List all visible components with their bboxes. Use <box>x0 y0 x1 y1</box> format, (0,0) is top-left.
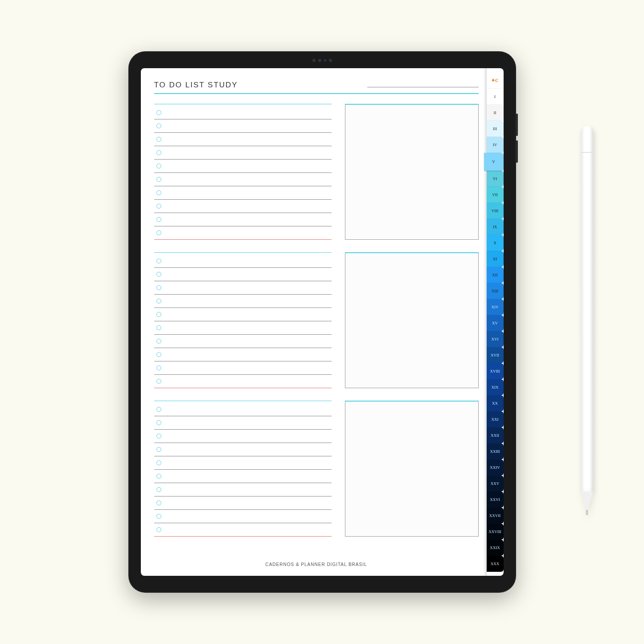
tab-section[interactable]: XXVIII <box>487 524 504 540</box>
todo-item[interactable] <box>154 106 332 119</box>
checkbox-circle-icon[interactable] <box>156 339 161 344</box>
volume-up-button[interactable] <box>516 114 518 136</box>
checkbox-circle-icon[interactable] <box>156 474 161 479</box>
checkbox-circle-icon[interactable] <box>156 312 161 317</box>
todo-item[interactable] <box>154 119 332 133</box>
checkbox-circle-icon[interactable] <box>156 379 161 384</box>
todo-item[interactable] <box>154 348 332 361</box>
checkbox-circle-icon[interactable] <box>156 460 161 465</box>
tab-section[interactable]: XVIII <box>487 363 504 379</box>
todo-item[interactable] <box>154 403 332 416</box>
todo-item[interactable] <box>154 416 332 430</box>
tab-section[interactable]: XIX <box>487 379 504 395</box>
todo-item[interactable] <box>154 443 332 456</box>
tab-section[interactable]: XXIX <box>487 540 504 556</box>
tab-section[interactable]: III <box>487 121 504 137</box>
checkbox-circle-icon[interactable] <box>156 164 161 168</box>
tab-section[interactable]: XXI <box>487 411 504 427</box>
todo-item[interactable] <box>154 308 332 321</box>
tab-section[interactable]: XII <box>487 267 504 283</box>
apple-pencil[interactable] <box>581 126 593 518</box>
todo-item[interactable] <box>154 146 332 160</box>
tab-section[interactable]: VII <box>487 187 504 203</box>
date-input-line[interactable] <box>367 87 479 87</box>
tab-section[interactable]: XVI <box>487 331 504 347</box>
todo-item[interactable] <box>154 456 332 470</box>
todo-item[interactable] <box>154 295 332 308</box>
todo-item[interactable] <box>154 200 332 213</box>
tab-section[interactable]: XXV <box>487 476 504 492</box>
checkbox-circle-icon[interactable] <box>156 285 161 290</box>
tab-section[interactable]: XXIII <box>487 443 504 459</box>
checkbox-circle-icon[interactable] <box>156 325 161 330</box>
todo-item[interactable] <box>154 523 332 537</box>
volume-down-button[interactable] <box>516 140 518 163</box>
tab-section[interactable]: XXII <box>487 427 504 443</box>
checkbox-circle-icon[interactable] <box>156 514 161 519</box>
todo-item[interactable] <box>154 160 332 173</box>
checkbox-circle-icon[interactable] <box>156 150 161 155</box>
checkbox-circle-icon[interactable] <box>156 137 161 142</box>
checkbox-circle-icon[interactable] <box>156 110 161 115</box>
tab-section[interactable]: XI <box>487 251 504 267</box>
checkbox-circle-icon[interactable] <box>156 123 161 128</box>
tab-section[interactable]: IV <box>487 137 504 153</box>
tab-section[interactable]: XXX <box>487 556 504 572</box>
todo-item[interactable] <box>154 335 332 348</box>
checkbox-circle-icon[interactable] <box>156 272 161 277</box>
tab-section[interactable]: X <box>487 235 504 251</box>
checkbox-circle-icon[interactable] <box>156 447 161 452</box>
todo-item[interactable] <box>154 281 332 295</box>
notes-box[interactable] <box>345 401 479 537</box>
tab-label: II <box>494 111 496 115</box>
tab-section[interactable]: XXVI <box>487 492 504 508</box>
tab-section[interactable]: VI <box>487 171 504 187</box>
todo-item[interactable] <box>154 268 332 281</box>
tab-section[interactable]: I <box>487 89 504 105</box>
checkbox-circle-icon[interactable] <box>156 434 161 439</box>
checkbox-circle-icon[interactable] <box>156 352 161 357</box>
checkbox-circle-icon[interactable] <box>156 190 161 195</box>
checkbox-circle-icon[interactable] <box>156 365 161 370</box>
todo-item[interactable] <box>154 254 332 268</box>
tab-section[interactable]: XIV <box>487 299 504 315</box>
tab-section[interactable]: XXVII <box>487 508 504 524</box>
todo-item[interactable] <box>154 186 332 200</box>
tab-section[interactable]: XIII <box>487 283 504 299</box>
tab-home-logo[interactable]: ✦C <box>487 73 504 89</box>
checkbox-circle-icon[interactable] <box>156 258 161 263</box>
todo-item[interactable] <box>154 496 332 510</box>
checkbox-circle-icon[interactable] <box>156 487 161 492</box>
tab-section[interactable]: IX <box>487 219 504 235</box>
todo-item[interactable] <box>154 430 332 443</box>
checkbox-circle-icon[interactable] <box>156 407 161 412</box>
checkbox-circle-icon[interactable] <box>156 230 161 235</box>
notes-box[interactable] <box>345 104 479 240</box>
checkbox-circle-icon[interactable] <box>156 500 161 505</box>
checkbox-circle-icon[interactable] <box>156 527 161 532</box>
todo-item[interactable] <box>154 133 332 146</box>
todo-item[interactable] <box>154 510 332 523</box>
tab-section[interactable]: XX <box>487 395 504 411</box>
checkbox-circle-icon[interactable] <box>156 420 161 425</box>
todo-item[interactable] <box>154 173 332 186</box>
notes-box[interactable] <box>345 252 479 388</box>
tab-section[interactable]: VIII <box>487 203 504 219</box>
tab-section[interactable]: XV <box>487 315 504 331</box>
todo-item[interactable] <box>154 470 332 483</box>
checkbox-circle-icon[interactable] <box>156 204 161 209</box>
todo-item[interactable] <box>154 375 332 388</box>
checkbox-circle-icon[interactable] <box>156 299 161 304</box>
checkbox-circle-icon[interactable] <box>156 217 161 222</box>
todo-item[interactable] <box>154 213 332 226</box>
todo-item[interactable] <box>154 321 332 335</box>
todo-item[interactable] <box>154 361 332 375</box>
tab-section[interactable]: V <box>484 153 504 171</box>
todo-item[interactable] <box>154 226 332 240</box>
checkbox-circle-icon[interactable] <box>156 177 161 182</box>
todo-item[interactable] <box>154 483 332 496</box>
tab-section[interactable]: II <box>487 105 504 121</box>
tab-section[interactable]: XVII <box>487 347 504 363</box>
planner-page[interactable]: TO DO LIST STUDY CADERNOS & PLANNER DIGI… <box>141 68 487 576</box>
tab-section[interactable]: XXIV <box>487 459 504 476</box>
